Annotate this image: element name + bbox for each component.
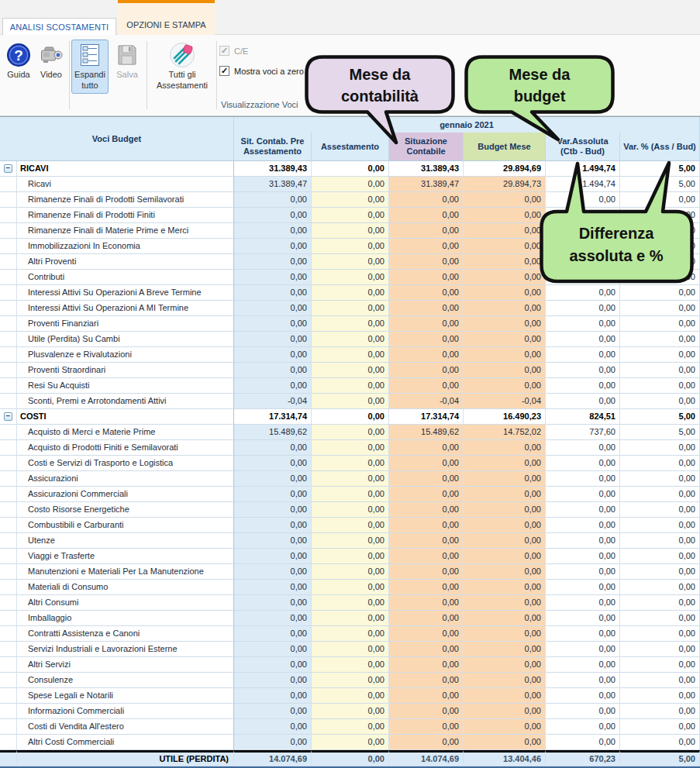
value-cell[interactable]: 0,00 <box>546 642 620 657</box>
value-cell[interactable]: 0,00 <box>620 580 700 595</box>
value-cell[interactable]: 0,00 <box>389 440 464 456</box>
value-cell[interactable]: 0,00 <box>389 549 464 564</box>
value-cell[interactable]: 0,00 <box>546 657 620 673</box>
value-cell[interactable]: 0,00 <box>464 440 546 456</box>
value-cell[interactable]: 0,00 <box>312 192 389 208</box>
value-cell[interactable]: 0,00 <box>312 239 389 254</box>
row-label[interactable]: Consulenze <box>17 673 234 688</box>
value-cell[interactable]: 0,00 <box>234 673 312 688</box>
espandi-tutto-button[interactable]: Espandi tutto <box>71 40 109 94</box>
value-cell[interactable]: 0,00 <box>234 332 312 347</box>
value-cell[interactable]: 0,00 <box>464 626 546 642</box>
value-cell[interactable]: 0,00 <box>546 456 620 471</box>
value-cell[interactable]: 0,00 <box>464 192 546 208</box>
value-cell[interactable]: 0,00 <box>620 595 700 611</box>
value-cell[interactable]: 0,00 <box>620 533 700 549</box>
value-cell[interactable]: 0,00 <box>312 208 389 223</box>
value-cell[interactable]: 0,00 <box>234 735 312 750</box>
value-cell[interactable]: 0,00 <box>234 285 312 301</box>
value-cell[interactable]: 0,00 <box>389 208 464 223</box>
value-cell[interactable]: 0,00 <box>312 254 389 270</box>
tab-opzioni-e-stampa[interactable]: OPZIONI E STAMPA <box>118 0 215 35</box>
row-label[interactable]: Rimanenze Finali di Prodotti Finiti <box>17 208 234 223</box>
tutti-gli-assestamenti-button[interactable]: Tutti gli Assestamenti <box>150 40 215 94</box>
value-cell[interactable]: 0,00 <box>312 549 389 564</box>
value-cell[interactable]: 15.489,62 <box>389 425 464 440</box>
value-cell[interactable]: 16.490,23 <box>464 409 546 425</box>
value-cell[interactable]: 0,00 <box>389 626 464 642</box>
value-cell[interactable]: 0,00 <box>312 533 389 549</box>
value-cell[interactable]: 0,00 <box>620 642 700 657</box>
value-cell[interactable]: 0,00 <box>389 471 464 487</box>
tab-analisi-scostamenti[interactable]: ANALISI SCOSTAMENTI <box>2 18 116 36</box>
value-cell[interactable]: 0,00 <box>389 518 464 533</box>
value-cell[interactable]: 0,00 <box>234 580 312 595</box>
value-cell[interactable]: 0,00 <box>312 673 389 688</box>
value-cell[interactable]: 0,00 <box>620 735 700 750</box>
row-label[interactable]: Rimanenze Finali di Materie Prime e Merc… <box>17 223 234 239</box>
value-cell[interactable]: 0,00 <box>620 316 700 332</box>
value-cell[interactable]: 0,00 <box>234 719 312 735</box>
value-cell[interactable]: 0,00 <box>312 471 389 487</box>
value-cell[interactable]: 17.314,74 <box>234 409 312 425</box>
value-cell[interactable]: 0,00 <box>389 285 464 301</box>
value-cell[interactable]: 31.389,47 <box>234 177 312 192</box>
value-cell[interactable]: 0,00 <box>234 208 312 223</box>
collapse-icon[interactable]: − <box>4 412 12 421</box>
value-cell[interactable]: 0,00 <box>389 223 464 239</box>
value-cell[interactable]: 0,00 <box>312 425 389 440</box>
value-cell[interactable]: 0,00 <box>620 518 700 533</box>
value-cell[interactable]: -0,04 <box>389 394 464 409</box>
row-label[interactable]: Viaggi e Trasferte <box>17 549 234 564</box>
value-cell[interactable]: 0,00 <box>464 719 546 735</box>
value-cell[interactable]: 17.314,74 <box>389 409 464 425</box>
value-cell[interactable]: 5,00 <box>620 425 700 440</box>
value-cell[interactable]: 0,00 <box>389 301 464 316</box>
value-cell[interactable]: 0,00 <box>389 657 464 673</box>
value-cell[interactable]: 0,00 <box>312 316 389 332</box>
value-cell[interactable]: -0,04 <box>464 394 546 409</box>
value-cell[interactable]: 0,00 <box>464 704 546 719</box>
value-cell[interactable]: 0,00 <box>312 347 389 363</box>
row-label[interactable]: Proventi Finanziari <box>17 316 234 332</box>
value-cell[interactable]: 0,00 <box>546 347 620 363</box>
value-cell[interactable]: 0,00 <box>312 657 389 673</box>
row-label[interactable]: Immobilizzazioni In Economia <box>17 239 234 254</box>
row-label[interactable]: Combustibili e Carburanti <box>17 518 234 533</box>
row-label[interactable]: Sconti, Premi e Arrotondamenti Attivi <box>17 394 234 409</box>
checkbox-ce[interactable]: ✓ C/E <box>219 46 304 56</box>
value-cell[interactable]: 0,00 <box>620 502 700 518</box>
row-label[interactable]: Interessi Attivi Su Operazioni A Breve T… <box>17 285 234 301</box>
row-label[interactable]: Contributi <box>17 270 234 285</box>
video-button[interactable]: Video <box>35 40 67 83</box>
value-cell[interactable]: 0,00 <box>234 301 312 316</box>
row-label[interactable]: Servizi Industriali e Lavorazioni Estern… <box>17 642 234 657</box>
value-cell[interactable]: 0,00 <box>234 564 312 580</box>
value-cell[interactable]: 0,00 <box>234 595 312 611</box>
value-cell[interactable]: 0,00 <box>312 456 389 471</box>
value-cell[interactable]: 0,00 <box>464 549 546 564</box>
value-cell[interactable]: 0,00 <box>546 688 620 704</box>
value-cell[interactable]: 0,00 <box>234 316 312 332</box>
value-cell[interactable]: 0,00 <box>620 363 700 378</box>
value-cell[interactable]: 0,00 <box>312 440 389 456</box>
row-label[interactable]: Altri Consumi <box>17 595 234 611</box>
value-cell[interactable]: 0,00 <box>312 688 389 704</box>
value-cell[interactable]: 0,00 <box>546 704 620 719</box>
value-cell[interactable]: 0,00 <box>312 626 389 642</box>
value-cell[interactable]: 0,00 <box>620 704 700 719</box>
value-cell[interactable]: 0,00 <box>620 332 700 347</box>
row-label[interactable]: Rimanenze Finali di Prodotti Semilavorat… <box>17 192 234 208</box>
value-cell[interactable]: 0,00 <box>546 564 620 580</box>
collapse-icon[interactable]: − <box>4 164 12 173</box>
value-cell[interactable]: 0,00 <box>312 301 389 316</box>
value-cell[interactable]: 0,00 <box>464 254 546 270</box>
value-cell[interactable]: 0,00 <box>234 270 312 285</box>
value-cell[interactable]: 0,00 <box>234 657 312 673</box>
value-cell[interactable]: 0,00 <box>464 285 546 301</box>
row-label[interactable]: Assicurazioni Commerciali <box>17 487 234 502</box>
value-cell[interactable]: 0,00 <box>312 363 389 378</box>
value-cell[interactable]: 0,00 <box>546 471 620 487</box>
value-cell[interactable]: 0,00 <box>312 502 389 518</box>
value-cell[interactable]: 0,00 <box>312 332 389 347</box>
